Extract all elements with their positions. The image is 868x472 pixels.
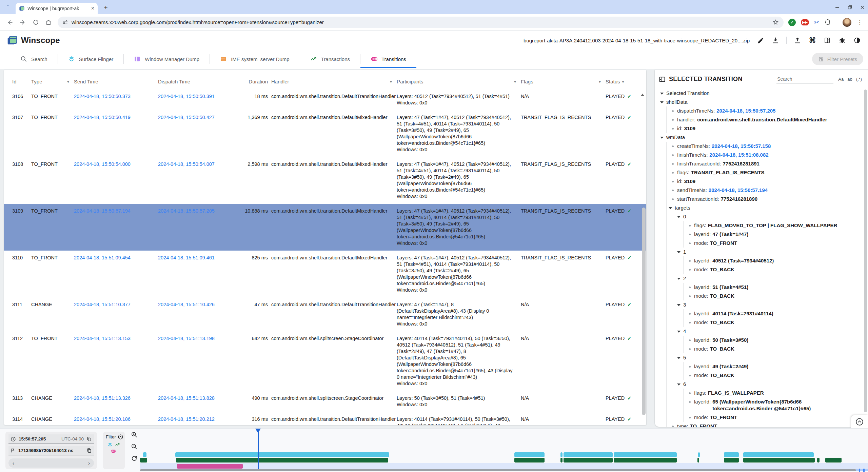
cell-send-time[interactable]: 2024-04-18, 15:50:54.000 [74,161,158,168]
bookmark-star-icon[interactable] [772,19,779,25]
column-header-participants[interactable]: Participants▾ [397,79,521,84]
filter-surfaceflinger-icon[interactable] [107,442,113,447]
close-window-icon[interactable] [860,5,865,9]
panel-search-input[interactable] [776,75,833,83]
browser-menu-icon[interactable]: ⋮ [857,19,863,26]
cell-dispatch-time[interactable]: 2024-04-18, 15:51:10.426 [158,301,242,308]
tree-leaf-flags[interactable]: flags:FLAG_MOVED_TO_TOP | FLAG_SHOW_WALL… [684,221,863,230]
home-icon[interactable] [42,16,55,29]
minimize-icon[interactable] [835,5,840,9]
tree-leaf-layerId[interactable]: layerId:47 (Task=1#47) [684,230,863,239]
tree-node-5[interactable]: 5 [675,353,863,362]
scroll-to-top-button[interactable] [851,415,868,428]
column-header-status[interactable]: Status▾ [606,79,646,84]
tab-surface-flinger[interactable]: Surface Flinger [58,50,124,68]
filter-presets-button[interactable]: Filter Presets [812,53,863,65]
tree-node-wmdata[interactable]: wmData [658,133,863,142]
upload-icon[interactable] [793,36,802,44]
tree-leaf-dispatchTimeNs[interactable]: dispatchTimeNs:2024-04-18, 15:50:57.205 [667,106,863,115]
filter-caret-icon[interactable]: ▾ [622,79,624,84]
tree-leaf-id[interactable]: id:3109 [667,124,863,133]
tree-node-4[interactable]: 4 [675,327,863,336]
filter-caret-icon[interactable]: ▾ [599,79,601,84]
cell-dispatch-time[interactable]: 2024-04-18, 15:50:50.427 [158,114,242,121]
tab-search-chevron-icon[interactable]: ˇ [4,3,12,11]
regex-toggle[interactable]: (.*) [856,77,862,82]
tree-leaf-mode[interactable]: mode:TO_BACK [684,292,863,300]
cell-send-time[interactable]: 2024-04-18, 15:50:57.194 [74,208,158,214]
restore-icon[interactable] [848,5,852,9]
new-tab-button[interactable]: + [102,3,110,12]
whole-word-toggle[interactable]: ab [847,77,852,82]
tree-leaf-createTimeNs[interactable]: createTimeNs:2024-04-18, 15:50:57.158 [667,142,863,151]
cell-send-time[interactable]: 2024-04-18, 15:51:13.153 [74,335,158,342]
filter-caret-icon[interactable]: ▾ [514,79,516,84]
panel-scrollbar[interactable] [864,90,867,412]
cell-dispatch-time[interactable]: 2024-04-18, 15:51:13.198 [158,335,242,342]
timeline-scrollbar[interactable] [140,469,856,471]
tree-leaf-mode[interactable]: mode:TO_FRONT [684,413,863,422]
cell-dispatch-time[interactable]: 2024-04-18, 15:51:09.461 [158,255,242,261]
tree-leaf-layerId[interactable]: layerId:65 (WallpaperWindowToken{87b6d66… [684,397,863,413]
timeline-cursor[interactable] [258,429,259,469]
column-header-dispatch-time[interactable]: Dispatch Time [158,79,242,84]
tab-transitions[interactable]: Transitions [360,50,416,68]
cell-send-time[interactable]: 2024-04-18, 15:50:50.373 [74,93,158,100]
tab-transactions[interactable]: Transactions [300,50,360,68]
cell-send-time[interactable]: 2024-04-18, 15:51:13.326 [74,395,158,401]
collapse-filter-icon[interactable] [118,434,123,440]
browser-tab[interactable]: Winscope | bugreport-ak × [16,3,98,14]
tree-leaf-startTransactionId[interactable]: startTransactionId:7752416281890 [667,195,863,203]
tree-leaf-layerId[interactable]: layerId:51 (Task=4#51) [684,283,863,292]
tree-leaf-layerId[interactable]: layerId:40114 (Task=7931#40114) [684,309,863,318]
download-icon[interactable] [771,36,780,44]
tree-leaf-mode[interactable]: mode:TO_BACK [684,345,863,353]
tree-leaf-flags[interactable]: flags:FLAG_IS_WALLPAPER [684,389,863,397]
collapse-arrow-icon[interactable] [677,278,680,280]
copy-time-icon[interactable] [86,436,92,442]
filter-transactions-icon[interactable] [115,442,120,447]
tree-leaf-mode[interactable]: mode:TO_BACK [684,371,863,380]
table-row-3109[interactable]: 3109TO_FRONT2024-04-18, 15:50:57.1942024… [4,204,646,251]
cell-send-time[interactable]: 2024-04-18, 15:51:20.186 [74,416,158,422]
cell-send-time[interactable]: 2024-04-18, 15:50:50.419 [74,114,158,121]
tree-leaf-mode[interactable]: mode:TO_BACK [684,265,863,274]
zoom-out-icon[interactable] [131,443,138,450]
collapse-arrow-icon[interactable] [677,357,680,359]
tree-node-2[interactable]: 2 [675,274,863,283]
cell-dispatch-time[interactable]: 2024-04-18, 15:50:57.205 [158,208,242,214]
filter-caret-icon[interactable]: ▾ [390,79,392,84]
extension-scissors-icon[interactable]: ✂ [814,19,819,26]
column-header-id[interactable]: Id [12,79,31,84]
tree-node-shelldata[interactable]: shellData [658,98,863,106]
table-scrollbar[interactable] [642,208,646,415]
tree-node-6[interactable]: 6 [675,380,863,389]
match-case-toggle[interactable]: Aa [838,77,844,82]
table-row-3111[interactable]: 3111CHANGE2024-04-18, 15:51:10.3772024-0… [4,297,646,331]
collapse-arrow-icon[interactable] [677,331,680,333]
tree-node-targets[interactable]: targets [667,203,863,212]
column-header-flags[interactable]: Flags▾ [521,79,606,84]
extension-media-icon[interactable]: ▶▶ [801,19,809,25]
tree-leaf-mode[interactable]: mode:TO_BACK [684,318,863,327]
table-row-3114[interactable]: 3114CHANGE2024-04-18, 15:51:20.1862024-0… [4,412,646,425]
zoom-in-icon[interactable] [131,431,138,438]
table-row-3106[interactable]: 3106TO_FRONT2024-04-18, 15:50:50.3732024… [4,89,646,110]
tab-ime-system-server-dump[interactable]: IME system_server Dump [210,50,300,68]
tune-icon[interactable] [62,19,68,25]
table-row-3110[interactable]: 3110TO_FRONT2024-04-18, 15:51:09.4542024… [4,251,646,297]
profile-avatar[interactable] [843,18,851,27]
filter-transitions-icon[interactable] [111,449,122,454]
collapse-arrow-icon[interactable] [677,216,680,218]
column-header-duration[interactable]: Duration [242,79,271,84]
cell-send-time[interactable]: 2024-04-18, 15:51:09.454 [74,255,158,261]
cell-dispatch-time[interactable]: 2024-04-18, 15:50:54.007 [158,161,242,168]
tree-leaf-finishTimeNs[interactable]: finishTimeNs:2024-04-18, 15:51:08.082 [667,151,863,159]
collapse-arrow-icon[interactable] [677,251,680,253]
collapse-arrow-icon[interactable] [677,304,680,306]
collapse-arrow-icon[interactable] [660,93,664,95]
documentation-book-icon[interactable] [823,36,831,44]
table-row-3108[interactable]: 3108TO_FRONT2024-04-18, 15:50:54.0002024… [4,157,646,204]
tree-leaf-layerId[interactable]: layerId:40512 (Task=7934#40512) [684,256,863,265]
table-row-3113[interactable]: 3113CHANGE2024-04-18, 15:51:13.3262024-0… [4,391,646,412]
